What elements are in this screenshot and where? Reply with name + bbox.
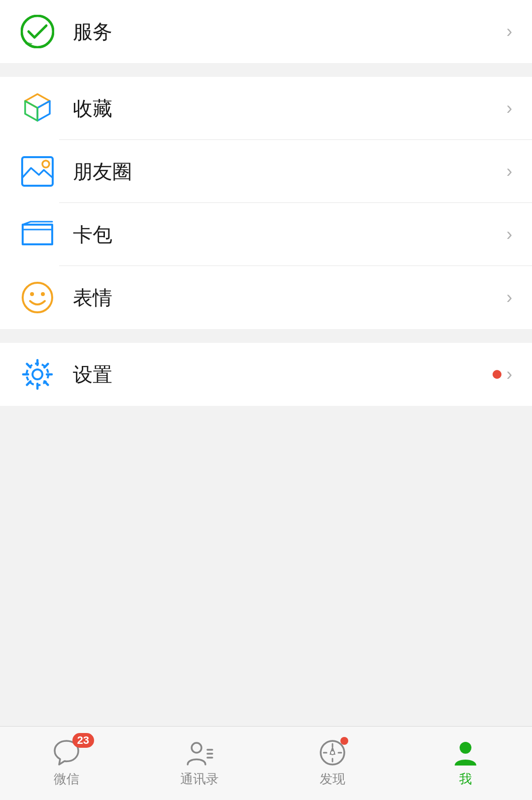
tab-bar: 23 微信 通讯录 (0, 726, 532, 800)
wallet-chevron: › (506, 224, 512, 245)
favorites-icon (20, 91, 55, 126)
service-icon (20, 14, 55, 49)
wallet-label: 卡包 (73, 221, 501, 248)
menu-item-wallet[interactable]: 卡包 › (0, 203, 532, 266)
menu-section-1: 服务 › (0, 0, 532, 63)
svg-point-7 (23, 283, 52, 312)
menu-item-favorites[interactable]: 收藏 › (0, 77, 532, 140)
tab-contacts[interactable]: 通讯录 (133, 727, 266, 800)
tab-contacts-label: 通讯录 (180, 770, 219, 788)
svg-point-23 (460, 742, 471, 754)
svg-point-8 (30, 292, 34, 296)
gap-1 (0, 63, 532, 77)
me-icon (452, 739, 479, 767)
settings-notification-dot (493, 370, 501, 379)
service-chevron: › (506, 21, 512, 42)
svg-point-9 (41, 292, 45, 296)
tab-me-label: 我 (459, 770, 472, 788)
wallet-icon (20, 217, 55, 252)
contacts-icon (186, 739, 213, 767)
menu-item-service[interactable]: 服务 › (0, 0, 532, 63)
settings-icon (20, 357, 55, 392)
tab-discovery-label: 发现 (320, 770, 345, 788)
svg-marker-2 (37, 101, 50, 121)
moments-label: 朋友圈 (73, 158, 501, 185)
contacts-tab-icon-wrap (186, 739, 213, 767)
tab-discovery[interactable]: 发现 (266, 727, 399, 800)
gap-2 (0, 329, 532, 343)
favorites-label: 收藏 (73, 95, 501, 122)
moments-chevron: › (506, 161, 512, 182)
tab-wechat[interactable]: 23 微信 (0, 727, 133, 800)
service-label: 服务 (73, 18, 501, 45)
menu-section-3: 设置 › (0, 343, 532, 406)
svg-point-10 (33, 369, 42, 379)
tab-me[interactable]: 我 (399, 727, 532, 800)
menu-item-settings[interactable]: 设置 › (0, 343, 532, 406)
moments-icon (20, 154, 55, 189)
menu-container: 服务 › 收藏 › (0, 0, 532, 406)
me-tab-icon-wrap (452, 739, 479, 767)
discovery-tab-icon-wrap (319, 739, 346, 767)
svg-marker-1 (25, 94, 50, 108)
settings-label: 设置 (73, 361, 485, 388)
emoji-chevron: › (506, 287, 512, 308)
settings-chevron: › (506, 364, 512, 385)
svg-point-5 (42, 161, 49, 167)
menu-item-moments[interactable]: 朋友圈 › (0, 140, 532, 203)
wechat-badge-count: 23 (72, 733, 94, 748)
svg-marker-3 (25, 101, 37, 121)
svg-point-22 (331, 751, 334, 755)
tab-wechat-label: 微信 (54, 770, 79, 788)
discovery-notification-dot (340, 737, 348, 745)
favorites-chevron: › (506, 98, 512, 119)
menu-section-2: 收藏 › 朋友圈 › (0, 77, 532, 329)
wechat-tab-icon-wrap: 23 (53, 739, 80, 767)
svg-point-12 (192, 743, 201, 753)
emoji-icon (20, 280, 55, 315)
emoji-label: 表情 (73, 284, 501, 311)
menu-item-emoji[interactable]: 表情 › (0, 266, 532, 329)
